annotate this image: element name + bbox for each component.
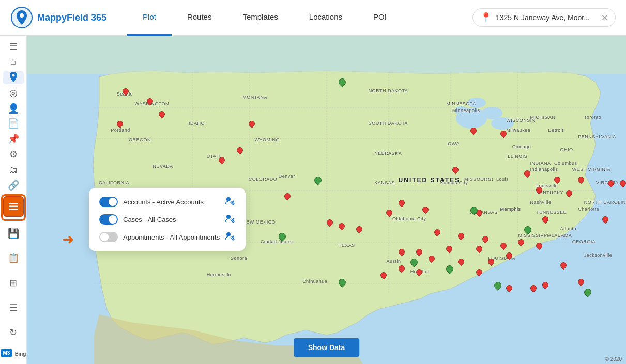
tab-routes[interactable]: Routes	[172, 0, 227, 36]
layer-label-cases: Cases - All Cases	[123, 216, 220, 224]
svg-point-9	[482, 107, 502, 119]
logo-area: MappyField 365	[10, 6, 106, 29]
bing-label: Bing	[14, 351, 26, 357]
sidebar-layers[interactable]: 🗂	[3, 163, 24, 177]
svg-point-11	[455, 106, 467, 115]
search-location-icon: 📍	[480, 12, 492, 23]
sidebar-person[interactable]: 👤	[3, 102, 24, 115]
layer-item-cases: Cases - All Cases	[99, 214, 235, 225]
sidebar-save[interactable]: 💾	[3, 223, 24, 244]
svg-rect-5	[9, 209, 18, 210]
search-bar: 📍 ✕	[472, 8, 616, 27]
toggle-cases[interactable]	[99, 214, 118, 225]
sidebar-integration[interactable]: 🔗	[3, 179, 24, 192]
layer-item-accounts: Accounts - Active Accounts	[99, 196, 235, 208]
sidebar-list[interactable]: ☰	[3, 297, 24, 318]
svg-point-12	[491, 117, 514, 130]
sidebar-refresh[interactable]: ↻	[3, 322, 24, 343]
main-area: ☰ ⌂ ◎ 👤 📄 📌 ⚙ 🗂 🔗	[0, 36, 626, 364]
sidebar-layers-list[interactable]	[3, 196, 24, 217]
edit-appointments-icon[interactable]	[225, 231, 235, 243]
layers-list-button-wrapper	[1, 194, 26, 221]
tab-plot[interactable]: Plot	[127, 0, 172, 36]
sidebar-location-pin[interactable]: 📌	[3, 132, 24, 146]
logo-icon	[10, 6, 33, 29]
sidebar-bottom: 💾 📋 ⊞ ☰ ↻ M3 Bing	[0, 194, 28, 364]
edit-cases-icon[interactable]	[225, 214, 235, 225]
layer-popup: Accounts - Active Accounts Cases - All C…	[89, 188, 246, 251]
list-lines-icon	[9, 202, 18, 211]
svg-point-2	[12, 74, 14, 76]
sidebar-map-pin[interactable]	[3, 71, 24, 84]
logo-text: MappyField 365	[37, 12, 106, 23]
sidebar-grid[interactable]: ⊞	[3, 273, 24, 293]
arrow-indicator: ➜	[62, 231, 74, 248]
map-container[interactable]: WASHINGTONOREGONIDAHOMONTANAWYOMINGCOLOR…	[27, 36, 626, 364]
show-data-button[interactable]: Show Data	[294, 338, 360, 357]
layer-label-accounts: Accounts - Active Accounts	[123, 198, 220, 206]
svg-point-26	[226, 197, 231, 201]
layer-label-appointments: Appointments - All Appointments	[123, 233, 220, 241]
svg-rect-3	[9, 203, 18, 204]
sidebar-hamburger[interactable]: ☰	[3, 40, 24, 53]
m3-badge: M3	[1, 349, 13, 357]
sidebar-document[interactable]: 📄	[3, 117, 24, 131]
header: MappyField 365 Plot Routes Templates Loc…	[0, 0, 626, 36]
map-copyright: © 2020	[605, 356, 622, 362]
svg-point-10	[467, 98, 486, 108]
svg-rect-13	[27, 36, 626, 74]
edit-accounts-icon[interactable]	[225, 196, 235, 208]
sidebar-report[interactable]: 📋	[3, 248, 24, 268]
toggle-accounts[interactable]	[99, 197, 118, 207]
nav-tabs: Plot Routes Templates Locations POI	[127, 0, 472, 36]
svg-point-27	[226, 215, 231, 219]
svg-rect-4	[9, 206, 18, 208]
tab-templates[interactable]: Templates	[227, 0, 293, 36]
toggle-appointments[interactable]	[99, 232, 118, 242]
sidebar-settings[interactable]: ⚙	[3, 148, 24, 161]
tab-locations[interactable]: Locations	[294, 0, 358, 36]
pin-svg	[9, 72, 18, 83]
svg-point-1	[20, 13, 24, 18]
search-input[interactable]	[496, 13, 599, 22]
sidebar-home[interactable]: ⌂	[3, 55, 24, 69]
search-clear-icon[interactable]: ✕	[601, 13, 608, 23]
svg-point-28	[226, 232, 231, 236]
bing-area: M3 Bing	[0, 347, 28, 360]
sidebar: ☰ ⌂ ◎ 👤 📄 📌 ⚙ 🗂 🔗	[0, 36, 27, 364]
layer-item-appointments: Appointments - All Appointments	[99, 231, 235, 243]
tab-poi[interactable]: POI	[358, 0, 402, 36]
sidebar-location-marker[interactable]: ◎	[3, 86, 24, 100]
